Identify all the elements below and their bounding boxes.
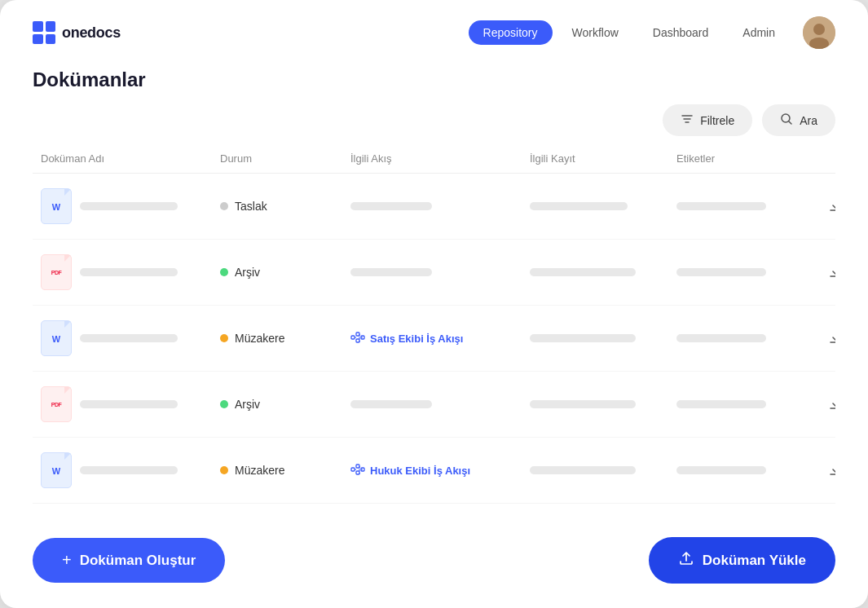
record-placeholder <box>530 202 628 210</box>
status-label: Arşiv <box>235 266 260 279</box>
table-row: PDF Arşiv <box>33 240 835 306</box>
nav-item-dashboard[interactable]: Dashboard <box>638 20 724 45</box>
record-placeholder <box>530 400 636 408</box>
doc-name-placeholder <box>80 334 178 342</box>
pdf-icon: PDF <box>41 386 72 422</box>
action-cell <box>823 325 835 351</box>
flow-link[interactable]: Satış Ekibi İş Akışı <box>350 332 530 345</box>
doc-cell: PDF <box>41 254 220 290</box>
record-cell <box>530 400 676 408</box>
toolbar: Filtrele Ara <box>33 104 835 136</box>
avatar[interactable] <box>803 16 835 49</box>
nav-item-repository[interactable]: Repository <box>469 20 553 45</box>
flow-cell <box>350 268 530 276</box>
workflow-icon <box>350 464 365 477</box>
upload-label: Doküman Yükle <box>703 553 806 569</box>
download-button[interactable] <box>823 391 835 417</box>
word-icon: W <box>41 452 72 488</box>
upload-icon <box>678 550 694 571</box>
svg-rect-4 <box>351 336 355 339</box>
tags-placeholder <box>676 466 766 474</box>
page-title: Dokümanlar <box>33 65 835 91</box>
col-header-record: İlgili Kayıt <box>530 152 676 165</box>
status-dot-orange <box>220 466 228 474</box>
status-label: Müzakere <box>235 332 284 345</box>
flow-link-label: Satış Ekibi İş Akışı <box>370 333 463 345</box>
download-button[interactable] <box>823 325 835 351</box>
tags-cell <box>676 268 823 276</box>
download-button[interactable] <box>823 259 835 285</box>
flow-cell[interactable]: Hukuk Ekibi İş Akışı <box>350 464 530 477</box>
tags-placeholder <box>676 268 766 276</box>
nav-item-workflow[interactable]: Workflow <box>557 20 633 45</box>
record-cell <box>530 334 676 342</box>
flow-placeholder <box>350 268 432 276</box>
table-row: W Müzakere <box>33 438 835 504</box>
doc-name-placeholder <box>80 400 178 408</box>
action-cell <box>823 259 835 285</box>
create-document-button[interactable]: + Doküman Oluştur <box>33 538 225 583</box>
doc-cell: W <box>41 452 220 488</box>
svg-rect-10 <box>356 471 359 474</box>
search-icon <box>780 112 793 128</box>
filter-icon <box>681 112 694 128</box>
logo-text: onedocs <box>62 24 121 42</box>
status-dot-green <box>220 400 228 408</box>
status-dot-orange <box>220 334 228 342</box>
nav-item-admin[interactable]: Admin <box>728 20 790 45</box>
status-cell: Müzakere <box>220 464 350 477</box>
header: onedocs Repository Workflow Dashboard Ad… <box>0 0 868 65</box>
doc-name-placeholder <box>80 202 178 210</box>
status-dot-green <box>220 268 228 276</box>
main-content: Dokümanlar Filtrele Ara <box>0 65 868 521</box>
search-label: Ara <box>800 114 817 127</box>
status-label: Müzakere <box>235 464 284 477</box>
record-placeholder <box>530 268 636 276</box>
flow-placeholder <box>350 400 432 408</box>
status-cell: Arşiv <box>220 266 350 279</box>
flow-cell[interactable]: Satış Ekibi İş Akışı <box>350 332 530 345</box>
logo-area: onedocs <box>33 21 121 44</box>
flow-link-label: Hukuk Ekibi İş Akışı <box>370 465 470 477</box>
svg-rect-6 <box>356 339 359 342</box>
svg-rect-8 <box>351 468 355 471</box>
record-placeholder <box>530 334 636 342</box>
status-label: Arşiv <box>235 398 260 411</box>
table-row: W Taslak <box>33 174 835 240</box>
download-button[interactable] <box>823 457 835 483</box>
doc-cell: PDF <box>41 386 220 422</box>
svg-point-1 <box>813 24 825 35</box>
status-cell: Arşiv <box>220 398 350 411</box>
table-row: PDF Arşiv <box>33 372 835 438</box>
nav-area: Repository Workflow Dashboard Admin <box>469 16 835 49</box>
search-button[interactable]: Ara <box>762 104 835 136</box>
status-cell: Müzakere <box>220 332 350 345</box>
record-placeholder <box>530 466 636 474</box>
flow-link[interactable]: Hukuk Ekibi İş Akışı <box>350 464 530 477</box>
col-header-name: Doküman Adı <box>41 152 220 165</box>
tags-cell <box>676 334 823 342</box>
tags-placeholder <box>676 400 766 408</box>
workflow-icon <box>350 332 365 345</box>
record-cell <box>530 466 676 474</box>
filter-label: Filtrele <box>700 114 734 127</box>
col-header-status: Durum <box>220 152 350 165</box>
action-cell <box>823 457 835 483</box>
col-header-flow: İlgili Akış <box>350 152 530 165</box>
tags-placeholder <box>676 334 766 342</box>
doc-name-placeholder <box>80 268 178 276</box>
upload-document-button[interactable]: Doküman Yükle <box>649 537 835 584</box>
flow-placeholder <box>350 202 432 210</box>
doc-name-placeholder <box>80 466 178 474</box>
download-button[interactable] <box>823 193 835 219</box>
word-icon: W <box>41 188 72 224</box>
col-header-tags: Etiketler <box>676 152 823 165</box>
col-header-action <box>823 152 835 165</box>
filter-button[interactable]: Filtrele <box>663 104 752 136</box>
svg-rect-5 <box>356 333 359 336</box>
tags-placeholder <box>676 202 766 210</box>
record-cell <box>530 268 676 276</box>
table-container: Doküman Adı Durum İlgili Akış İlgili Kay… <box>33 152 835 504</box>
plus-icon: + <box>62 551 72 570</box>
action-cell <box>823 193 835 219</box>
